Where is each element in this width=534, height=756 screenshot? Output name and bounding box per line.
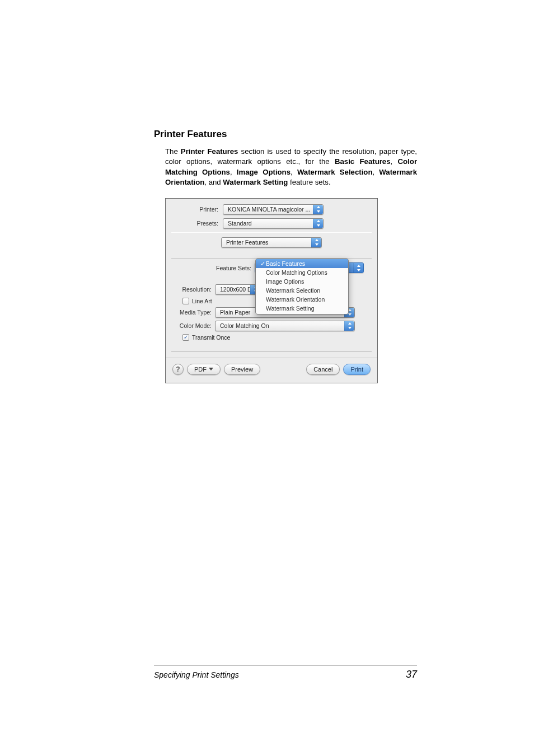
popup-item-label: Watermark Selection xyxy=(266,287,320,294)
text-bold: Basic Features xyxy=(335,157,391,166)
footer-title: Specifying Print Settings xyxy=(154,670,239,679)
text: , xyxy=(291,168,297,176)
intro-paragraph: The Printer Features section is used to … xyxy=(165,147,417,188)
presets-label: Presets: xyxy=(171,220,223,227)
triangle-down-icon xyxy=(209,368,213,370)
text-bold: Printer Features xyxy=(181,147,238,156)
resolution-select-value: 1200x600 D xyxy=(220,286,252,293)
print-dialog: Printer: KONICA MINOLTA magicolor ... Pr… xyxy=(165,198,378,383)
separator xyxy=(171,232,372,233)
text: , xyxy=(372,168,379,176)
preview-button-label: Preview xyxy=(231,366,253,373)
text: feature sets. xyxy=(288,178,330,186)
resolution-select[interactable]: 1200x600 D xyxy=(215,284,261,295)
updown-icon xyxy=(316,206,321,213)
printer-select[interactable]: KONICA MINOLTA magicolor ... xyxy=(223,204,324,215)
text: The xyxy=(165,147,181,156)
resolution-label: Resolution: xyxy=(177,286,215,293)
lineart-label: Line Art xyxy=(192,298,212,304)
cancel-button-label: Cancel xyxy=(313,366,332,373)
updown-icon xyxy=(314,239,319,246)
section-heading: Printer Features xyxy=(154,129,417,140)
preview-button[interactable]: Preview xyxy=(224,364,260,375)
printer-select-value: KONICA MINOLTA magicolor ... xyxy=(228,206,310,213)
popup-item-label: Color Matching Options xyxy=(266,269,327,276)
popup-item-label: Watermark Setting xyxy=(266,305,315,312)
colormode-select[interactable]: Color Matching On xyxy=(215,321,355,331)
text: , and xyxy=(204,178,223,186)
updown-icon xyxy=(347,322,352,329)
colormode-select-value: Color Matching On xyxy=(220,322,269,329)
print-button-label: Print xyxy=(350,366,363,373)
checkbox-box-icon: ✓ xyxy=(182,334,189,341)
help-button[interactable]: ? xyxy=(172,364,184,375)
popup-item-watermark-selection[interactable]: Watermark Selection xyxy=(256,286,348,295)
check-icon: ✓ xyxy=(259,260,266,267)
popup-item-basic-features[interactable]: ✓ Basic Features xyxy=(256,259,348,268)
mediatype-label: Media Type: xyxy=(177,309,215,316)
transmit-once-label: Transmit Once xyxy=(192,334,230,341)
popup-item-label: Image Options xyxy=(266,278,304,285)
popup-item-label: Watermark Orientation xyxy=(266,296,325,303)
checkbox-box-icon xyxy=(182,298,189,304)
category-select-value: Printer Features xyxy=(226,239,268,246)
text-bold: Image Options xyxy=(237,168,291,176)
feature-sets-popup: ✓ Basic Features Color Matching Options … xyxy=(255,259,349,314)
page-footer: Specifying Print Settings 37 xyxy=(154,665,417,680)
mediatype-select-value: Plain Paper xyxy=(220,309,250,316)
text: , xyxy=(391,157,398,166)
updown-icon xyxy=(316,220,321,227)
popup-item-watermark-orientation[interactable]: Watermark Orientation xyxy=(256,295,348,304)
lineart-checkbox[interactable]: Line Art xyxy=(182,298,212,304)
printer-label: Printer: xyxy=(171,206,223,213)
transmit-once-checkbox[interactable]: ✓ Transmit Once xyxy=(182,334,230,341)
pdf-button[interactable]: PDF xyxy=(187,364,221,375)
presets-select[interactable]: Standard xyxy=(223,218,324,229)
popup-item-image-options[interactable]: Image Options xyxy=(256,277,348,286)
presets-select-value: Standard xyxy=(228,220,252,227)
category-select[interactable]: Printer Features xyxy=(221,237,322,248)
popup-item-watermark-setting[interactable]: Watermark Setting xyxy=(256,304,348,313)
text-bold: Watermark Setting xyxy=(223,178,288,186)
feature-panel: Feature Sets: Basic Features ✓ Basic Fea… xyxy=(171,258,372,352)
footer-page-number: 37 xyxy=(406,669,417,680)
popup-item-color-matching[interactable]: Color Matching Options xyxy=(256,268,348,277)
text: , xyxy=(230,168,237,176)
feature-sets-label: Feature Sets: xyxy=(211,265,255,271)
cancel-button[interactable]: Cancel xyxy=(306,364,340,375)
pdf-button-label: PDF xyxy=(194,366,207,373)
print-button[interactable]: Print xyxy=(343,364,371,375)
updown-icon xyxy=(356,265,361,271)
text-bold: Watermark Selection xyxy=(297,168,373,176)
colormode-label: Color Mode: xyxy=(177,322,215,329)
popup-item-label: Basic Features xyxy=(266,260,305,267)
